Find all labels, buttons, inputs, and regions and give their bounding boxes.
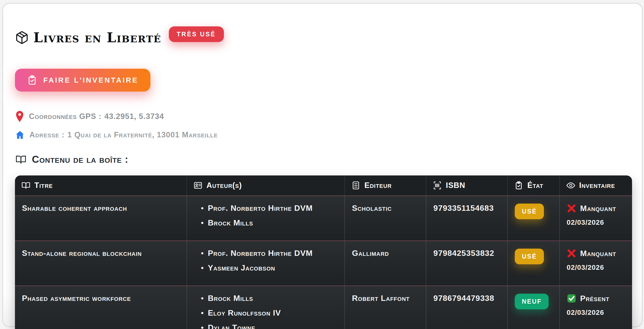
gps-label: Coordonnées GPS :	[29, 112, 101, 121]
book-box-card: Livres en Liberté TRÈS USÉ FAIRE L'INVEN…	[2, 3, 642, 327]
page-title: Livres en Liberté	[33, 31, 161, 44]
isbn-value: 9798425353832	[433, 249, 494, 258]
inventory-status-label: Manquant	[580, 249, 616, 258]
state-badge: NEUF	[515, 294, 548, 309]
make-inventory-button-label: FAIRE L'INVENTAIRE	[43, 76, 138, 84]
cell-state: USÉ	[507, 241, 559, 286]
condition-badge: TRÈS USÉ	[169, 26, 224, 42]
cell-authors: •Prof. Norberto Hirthe DVM•Yasmeen Jacob…	[186, 241, 344, 286]
author-item: •Yasmeen Jacobson	[201, 263, 338, 273]
address-value: 1 Quai de la Fraternité, 13001 Marseille	[68, 130, 218, 139]
contents-heading-label: Contenu de la boîte :	[32, 154, 128, 165]
book-title: Phased asymmetric workforce	[22, 294, 131, 303]
books-table: TitreAuteur(s)EditeurISBNÉtatInventaire …	[15, 175, 632, 329]
cell-state: USÉ	[507, 196, 559, 240]
author-name: Brock Mills	[208, 294, 253, 303]
cell-isbn: 9793351154683	[426, 196, 507, 240]
author-item: •Dylan Towne	[201, 323, 338, 329]
column-label: Auteur(s)	[206, 181, 242, 190]
inventory-date: 02/03/2026	[567, 309, 625, 317]
authors-list: •Prof. Norberto Hirthe DVM•Brock Mills	[194, 204, 338, 228]
gps-value: 43.2951, 5.3734	[104, 112, 164, 121]
barcode-icon	[433, 181, 442, 190]
author-name: Brock Mills	[208, 218, 253, 228]
column-header-tat: État	[507, 175, 559, 195]
cell-inventory: Manquant02/03/2026	[559, 241, 632, 286]
book-title: Sharable coherent approach	[22, 204, 127, 213]
author-name: Prof. Norberto Hirthe DVM	[208, 204, 312, 213]
cell-publisher: Scholastic	[344, 196, 426, 240]
eye-icon	[566, 181, 575, 190]
publisher-name: Scholastic	[352, 204, 392, 213]
house-icon	[15, 130, 25, 140]
cell-authors: •Brock Mills•Eloy Runolfsson IV•Dylan To…	[186, 286, 344, 329]
inventory-status: Manquant	[567, 204, 625, 213]
bullet: •	[201, 204, 204, 213]
author-item: •Prof. Norberto Hirthe DVM	[201, 204, 338, 213]
state-badge: USÉ	[515, 204, 544, 219]
column-label: Editeur	[364, 181, 392, 190]
address-label: Adresse :	[30, 130, 64, 139]
author-name: Prof. Norberto Hirthe DVM	[208, 249, 312, 258]
isbn-value: 9793351154683	[433, 204, 494, 213]
column-header-isbn: ISBN	[426, 175, 507, 195]
cell-isbn: 9798425353832	[426, 241, 507, 286]
inventory-date: 02/03/2026	[567, 264, 625, 272]
inventory-status: Manquant	[567, 249, 625, 258]
author-name: Eloy Runolfsson IV	[208, 308, 281, 318]
inventory-status: Présent	[567, 294, 625, 303]
isbn-value: 9786794479338	[433, 294, 494, 303]
bullet: •	[201, 294, 204, 303]
authors-list: •Brock Mills•Eloy Runolfsson IV•Dylan To…	[194, 294, 338, 329]
cell-title: Phased asymmetric workforce	[15, 286, 186, 329]
cell-authors: •Prof. Norberto Hirthe DVM•Brock Mills	[186, 196, 344, 240]
publisher-name: Robert Laffont	[352, 294, 410, 303]
cell-title: Stand-alone regional blockchain	[15, 241, 186, 286]
column-header-auteur-s: Auteur(s)	[186, 175, 344, 195]
page-header: Livres en Liberté TRÈS USÉ	[15, 22, 631, 53]
column-header-titre: Titre	[15, 175, 186, 195]
column-header-editeur: Editeur	[344, 175, 426, 195]
book-open-icon	[15, 154, 27, 165]
table-row: Sharable coherent approach•Prof. Norbert…	[15, 195, 632, 240]
make-inventory-button[interactable]: FAIRE L'INVENTAIRE	[15, 69, 150, 92]
x-mark-icon	[567, 204, 576, 213]
state-badge: USÉ	[515, 249, 544, 264]
column-label: Inventaire	[579, 181, 615, 190]
column-label: ISBN	[446, 181, 465, 190]
bullet: •	[201, 309, 204, 317]
x-mark-icon	[567, 249, 576, 258]
table-row: Phased asymmetric workforce•Brock Mills•…	[15, 286, 632, 329]
author-item: •Brock Mills	[201, 218, 338, 228]
cell-isbn: 9786794479338	[426, 286, 507, 329]
cell-title: Sharable coherent approach	[15, 196, 186, 240]
id-card-icon	[194, 181, 202, 190]
inventory-date: 02/03/2026	[567, 219, 625, 227]
author-item: •Brock Mills	[201, 294, 338, 303]
cell-inventory: Présent02/03/2026	[559, 286, 632, 329]
clipboard-check-icon	[27, 75, 37, 85]
bullet: •	[201, 249, 204, 258]
cell-state: NEUF	[507, 286, 559, 329]
column-header-inventaire: Inventaire	[559, 175, 632, 195]
inventory-status-label: Manquant	[580, 204, 616, 213]
document-lines-icon	[352, 181, 360, 190]
check-square-icon	[567, 294, 576, 303]
cell-publisher: Robert Laffont	[344, 286, 426, 329]
author-item: •Prof. Norberto Hirthe DVM	[201, 249, 338, 258]
author-name: Dylan Towne	[208, 323, 255, 329]
map-pin-icon	[15, 110, 24, 122]
bullet: •	[201, 324, 204, 329]
contents-heading: Contenu de la boîte :	[15, 154, 631, 165]
table-header-row: TitreAuteur(s)EditeurISBNÉtatInventaire	[15, 175, 632, 195]
author-item: •Eloy Runolfsson IV	[201, 308, 338, 318]
table-body: Sharable coherent approach•Prof. Norbert…	[15, 195, 632, 329]
author-name: Yasmeen Jacobson	[208, 263, 275, 273]
table-row: Stand-alone regional blockchain•Prof. No…	[15, 240, 632, 286]
cell-publisher: Gallimard	[344, 241, 426, 286]
book-open-icon	[22, 181, 30, 190]
address-line: Adresse : 1 Quai de la Fraternité, 13001…	[15, 130, 631, 140]
book-title: Stand-alone regional blockchain	[22, 249, 142, 258]
gps-line: Coordonnées GPS : 43.2951, 5.3734	[15, 110, 631, 122]
package-icon	[15, 31, 29, 44]
